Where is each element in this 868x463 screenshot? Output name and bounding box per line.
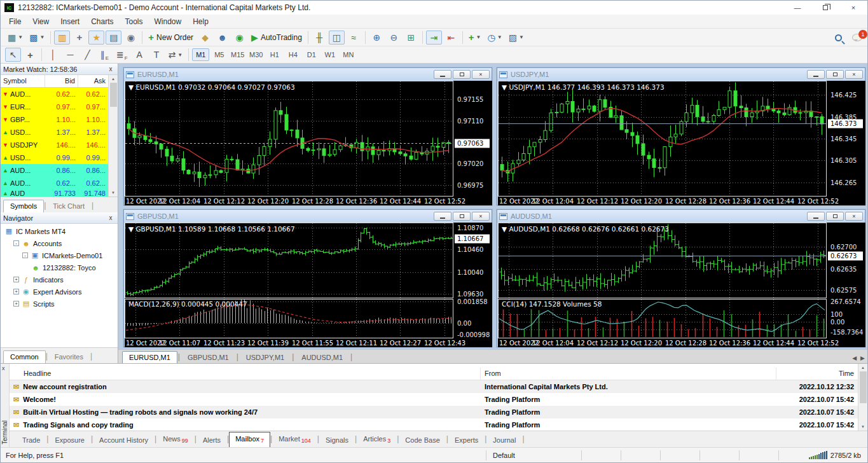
- terminal-tab-experts[interactable]: Experts: [448, 433, 485, 447]
- tree-expander-icon[interactable]: +: [13, 277, 19, 282]
- navigator-close-icon[interactable]: x: [106, 214, 115, 221]
- signals-button[interactable]: ◉: [231, 31, 247, 45]
- metaeditor-button[interactable]: ◆: [197, 31, 213, 45]
- chart-restore-button[interactable]: [453, 70, 471, 79]
- zoom-in-button[interactable]: ⊕: [369, 31, 385, 45]
- menu-help[interactable]: Help: [187, 16, 214, 27]
- tree-expander-icon[interactable]: +: [13, 289, 19, 294]
- navigator-item-expert-advisors[interactable]: +◉Expert Advisors: [1, 286, 118, 298]
- tile-windows-button[interactable]: ⊞: [403, 31, 419, 45]
- mailbox-row[interactable]: ✉Trading Signals and copy tradingTrading…: [10, 418, 858, 431]
- chart-shift-button[interactable]: ⇤: [443, 31, 459, 45]
- arrows-button[interactable]: ⇄▼: [166, 48, 186, 62]
- market-watch-row[interactable]: ▼GBP...1.10...1.10...: [1, 113, 108, 126]
- timeframe-m15-button[interactable]: M15: [229, 48, 246, 61]
- chart-minimize-button[interactable]: [807, 70, 825, 79]
- new-order-button[interactable]: +New Order: [146, 31, 196, 45]
- terminal-tab-articles[interactable]: Articles3: [357, 432, 397, 447]
- vertical-line-button[interactable]: │: [45, 48, 61, 62]
- market-watch-row[interactable]: ▼EUR...0.97...0.97...: [1, 100, 108, 113]
- chart-minimize-button[interactable]: [434, 212, 451, 221]
- menu-window[interactable]: Window: [149, 16, 188, 27]
- menu-file[interactable]: File: [3, 16, 27, 27]
- fibonacci-button[interactable]: ≣F: [114, 48, 130, 62]
- market-watch-row[interactable]: ▲USD...0.99...0.99...: [1, 151, 108, 164]
- indicators-button[interactable]: +▼: [466, 31, 484, 45]
- timeframe-w1-button[interactable]: W1: [321, 48, 338, 61]
- chart-window-title-bar[interactable]: GBPUSD,M1×: [124, 210, 492, 223]
- chart-restore-button[interactable]: [453, 212, 471, 221]
- chart-tab-eurusd-m1[interactable]: EURUSD,M1: [122, 351, 177, 363]
- chart-canvas[interactable]: 12 Oct 202212 Oct 11:0712 Oct 11:2312 Oc…: [125, 223, 491, 346]
- chart-window-title-bar[interactable]: AUDUSD,M1×: [497, 210, 865, 223]
- data-window-toggle-button[interactable]: +: [71, 31, 87, 45]
- chart-window-title-bar[interactable]: USDJPY,M1×: [497, 68, 865, 81]
- cursor-button[interactable]: ↖: [5, 48, 21, 62]
- chart-tab-usdjpy-m1[interactable]: USDJPY,M1: [239, 351, 291, 363]
- mailbox-row[interactable]: ✉Built-in Virtual Hosting — trading robo…: [10, 406, 858, 418]
- chart-canvas[interactable]: 12 Oct 202212 Oct 12:0412 Oct 12:1212 Oc…: [125, 81, 491, 204]
- terminal-tab-mailbox[interactable]: Mailbox7: [229, 432, 270, 447]
- crosshair-button[interactable]: +: [22, 48, 38, 62]
- market-watch-row[interactable]: ▲AUD...0.62...0.62...: [1, 177, 108, 190]
- auto-scroll-button[interactable]: ⇥: [426, 31, 442, 45]
- market-watch-row[interactable]: ▲USD...1.37...1.37...: [1, 126, 108, 139]
- chart-canvas[interactable]: 12 Oct 202212 Oct 12:0412 Oct 12:1212 Oc…: [498, 81, 864, 204]
- terminal-tab-code-base[interactable]: Code Base: [399, 433, 446, 447]
- menu-tools[interactable]: Tools: [120, 16, 149, 27]
- navigator-toggle-button[interactable]: ★: [88, 31, 104, 45]
- market-watch-toggle-button[interactable]: ▥: [54, 31, 70, 45]
- line-chart-button[interactable]: ≈: [346, 31, 362, 45]
- terminal-tab-alerts[interactable]: Alerts: [196, 433, 227, 447]
- terminal-tab-market[interactable]: Market104: [272, 432, 317, 447]
- chart-tab-audusd-m1[interactable]: AUDUSD,M1: [294, 351, 350, 363]
- candlestick-chart-button[interactable]: ◫: [329, 31, 345, 45]
- navigator-item-ic-markets-mt4[interactable]: ▦IC Markets MT4: [1, 225, 118, 237]
- timeframe-mn-button[interactable]: MN: [340, 48, 357, 61]
- trendline-button[interactable]: ╱: [79, 48, 95, 62]
- status-profile[interactable]: Default: [486, 450, 581, 460]
- terminal-tab-trade[interactable]: Trade: [16, 433, 46, 447]
- timeframe-d1-button[interactable]: D1: [303, 48, 320, 61]
- timeframe-h4-button[interactable]: H4: [284, 48, 301, 61]
- chart-close-button[interactable]: ×: [845, 70, 863, 79]
- community-button[interactable]: ☻: [214, 31, 230, 45]
- profiles-button[interactable]: ▩▼: [27, 31, 47, 45]
- terminal-tab-journal[interactable]: Journal: [486, 433, 522, 447]
- tree-expander-icon[interactable]: +: [13, 301, 19, 307]
- chart-minimize-button[interactable]: [807, 212, 825, 221]
- terminal-tab-signals[interactable]: Signals: [319, 433, 355, 447]
- chart-canvas[interactable]: 12 Oct 202212 Oct 12:0412 Oct 12:1212 Oc…: [498, 223, 864, 346]
- chart-tabs-scroll-arrows[interactable]: ◀▶: [852, 355, 865, 361]
- navigator-item-accounts[interactable]: -☻Accounts: [1, 237, 118, 249]
- terminal-toggle-button[interactable]: ▤: [106, 31, 121, 45]
- text-label-button[interactable]: T: [149, 48, 165, 62]
- equidistant-channel-button[interactable]: ∥E: [97, 48, 113, 62]
- tree-expander-icon[interactable]: -: [22, 252, 28, 258]
- window-close-button[interactable]: ×: [839, 1, 867, 15]
- navigator-item-12132882-toyco[interactable]: ☻12132882: Toyco: [1, 261, 118, 273]
- chart-window-title-bar[interactable]: EURUSD,M1×: [124, 68, 492, 81]
- search-icon[interactable]: [835, 34, 842, 41]
- chart-minimize-button[interactable]: [434, 70, 451, 79]
- mailbox-row[interactable]: ✉New account registrationInternational C…: [10, 380, 858, 393]
- timeframe-m30-button[interactable]: M30: [247, 48, 265, 61]
- navigator-tab-favorites[interactable]: Favorites: [48, 350, 90, 363]
- timeframe-h1-button[interactable]: H1: [266, 48, 283, 61]
- navigator-tab-common[interactable]: Common: [3, 350, 46, 363]
- autotrading-button[interactable]: ▶AutoTrading: [249, 31, 305, 45]
- zoom-out-button[interactable]: ⊖: [386, 31, 402, 45]
- new-chart-button[interactable]: ▦▼: [5, 31, 25, 45]
- chart-restore-button[interactable]: [826, 212, 844, 221]
- market-watch-close-icon[interactable]: x: [106, 66, 115, 73]
- tree-expander-icon[interactable]: -: [13, 240, 19, 246]
- menu-charts[interactable]: Charts: [85, 16, 119, 27]
- notifications-icon[interactable]: 1: [852, 34, 862, 41]
- chart-close-button[interactable]: ×: [845, 212, 863, 221]
- menu-insert[interactable]: Insert: [55, 16, 85, 27]
- terminal-tab-exposure[interactable]: Exposure: [48, 433, 90, 447]
- periods-button[interactable]: ◷▼: [485, 31, 505, 45]
- market-watch-tab-symbols[interactable]: Symbols: [3, 200, 44, 212]
- terminal-tab-account-history[interactable]: Account History: [93, 433, 155, 447]
- terminal-tab-news[interactable]: News99: [156, 432, 195, 447]
